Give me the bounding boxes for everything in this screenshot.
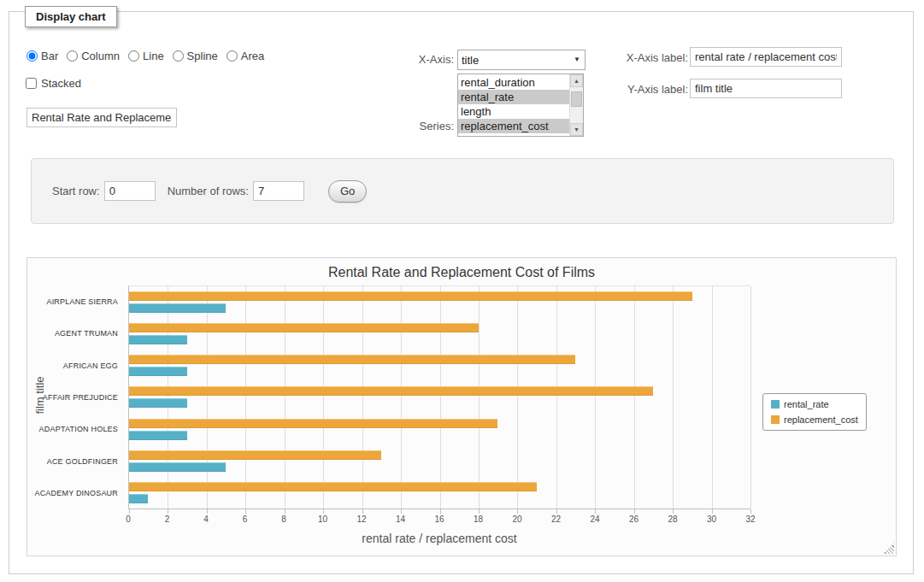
chart-title-input[interactable] (26, 108, 177, 127)
chart-title: Rental Rate and Replacement Cost of Film… (27, 265, 896, 280)
chart-container: Rental Rate and Replacement Cost of Film… (26, 257, 897, 556)
scrollbar-track[interactable] (570, 87, 583, 123)
series-option-length[interactable]: length (458, 104, 569, 119)
bar-replacement_cost (129, 386, 653, 396)
category-label: ACADEMY DINOSAUR (34, 489, 118, 497)
scroll-up-button[interactable]: ▲ (570, 74, 583, 87)
chart-type-option-label: Spline (187, 50, 218, 62)
scroll-up-icon: ▲ (574, 78, 580, 84)
x-tick-label: 2 (165, 514, 170, 524)
series-listbox[interactable]: rental_durationrental_ratelengthreplacem… (457, 73, 584, 137)
panel-legend: Display chart (25, 6, 117, 27)
stacked-checkbox[interactable] (26, 78, 37, 89)
number-of-rows-input[interactable] (253, 181, 304, 201)
start-row-label: Start row: (52, 185, 100, 197)
bar-rental_rate (129, 462, 226, 472)
legend-item-rental_rate[interactable]: rental_rate (771, 399, 858, 409)
category-label: AGENT TRUMAN (55, 329, 118, 338)
x-tick-label: 0 (126, 514, 131, 524)
gridline (750, 286, 751, 509)
chart-type-option-label: Column (81, 50, 120, 62)
chart-type-radio-column[interactable] (67, 50, 78, 62)
category-row (129, 318, 750, 350)
resize-handle-icon[interactable] (883, 543, 894, 554)
bar-rental_rate (129, 494, 148, 503)
x-tick-label: 10 (318, 514, 327, 524)
axis-tick (362, 509, 363, 514)
start-row-input[interactable] (104, 181, 156, 201)
axis-tick (634, 509, 635, 514)
display-chart-app: Display chart BarColumnLineSplineArea St… (0, 0, 924, 582)
category-label: AFFAIR PREJUDICE (43, 393, 118, 402)
x-tick-label: 32 (745, 514, 755, 524)
plot-area (128, 285, 750, 509)
y-category-labels: AIRPLANE SIERRAAGENT TRUMANAFRICAN EGGAF… (27, 285, 123, 509)
x-tick-label: 24 (590, 514, 599, 524)
axis-tick (750, 509, 751, 514)
chart-type-option-label: Line (143, 50, 164, 62)
chart-type-radio-line[interactable] (128, 50, 139, 62)
category-row (129, 381, 750, 413)
legend-swatch (771, 415, 780, 424)
chart-type-option-bar[interactable]: Bar (26, 50, 58, 62)
series-option-replacement_cost[interactable]: replacement_cost (458, 119, 569, 133)
chart-type-option-column[interactable]: Column (67, 50, 120, 62)
chart-legend: rental_ratereplacement_cost (762, 393, 867, 431)
chart-type-radios: BarColumnLineSplineArea (26, 50, 264, 62)
row-controls-panel: Start row: Number of rows: Go (31, 158, 894, 224)
stacked-option[interactable]: Stacked (26, 77, 81, 90)
axis-tick (168, 509, 168, 514)
chart-type-radio-bar[interactable] (26, 50, 38, 62)
x-tick-label: 16 (434, 514, 444, 524)
x-tick-label: 6 (243, 514, 248, 524)
bar-rental_rate (129, 367, 187, 376)
stacked-label: Stacked (41, 77, 81, 90)
category-label: ACE GOLDFINGER (47, 457, 118, 466)
y-axis-label-input[interactable] (690, 79, 842, 98)
x-axis-title: rental rate / replacement cost (128, 532, 750, 545)
series-options: rental_durationrental_ratelengthreplacem… (458, 74, 569, 136)
x-axis-select-wrap: title ▼ (457, 50, 586, 70)
axis-tick (712, 509, 713, 514)
axis-tick (285, 509, 285, 514)
display-chart-panel: Display chart BarColumnLineSplineArea St… (9, 11, 914, 574)
bar-replacement_cost (129, 450, 381, 460)
series-option-rental_rate[interactable]: rental_rate (458, 90, 569, 104)
x-tick-label: 20 (512, 514, 521, 524)
chart-type-option-label: Area (241, 50, 264, 62)
series-option-rental_duration[interactable]: rental_duration (458, 75, 569, 90)
legend-swatch (771, 400, 780, 409)
category-label: AFRICAN EGG (63, 362, 118, 370)
chart-type-radio-spline[interactable] (173, 50, 184, 62)
x-axis-label-label: X-Axis label: (597, 51, 688, 64)
chart-type-option-line[interactable]: Line (128, 50, 164, 62)
axis-tick (401, 509, 402, 514)
scroll-down-button[interactable]: ▼ (570, 123, 583, 136)
axis-tick (323, 509, 324, 514)
category-label: AIRPLANE SIERRA (46, 297, 118, 306)
chart-type-option-spline[interactable]: Spline (173, 50, 218, 62)
axis-tick (129, 509, 130, 514)
bar-replacement_cost (129, 419, 497, 428)
scrollbar-thumb[interactable] (571, 91, 582, 107)
x-tick-label: 22 (551, 514, 561, 524)
go-button[interactable]: Go (328, 180, 367, 203)
x-tick-label: 28 (668, 514, 677, 524)
bar-rental_rate (129, 431, 187, 440)
series-listbox-scrollbar[interactable]: ▲ ▼ (569, 74, 583, 136)
y-axis-label-label: Y-Axis label: (597, 83, 688, 96)
category-row (129, 445, 750, 477)
series-select-label: Series: (368, 120, 454, 132)
bar-replacement_cost (129, 291, 692, 301)
chart-type-option-area[interactable]: Area (227, 50, 264, 62)
axis-tick (517, 509, 518, 514)
legend-label: replacement_cost (784, 414, 858, 425)
x-axis-label-input[interactable] (690, 47, 842, 67)
x-tick-label: 26 (629, 514, 639, 524)
x-axis-select[interactable]: title (457, 50, 586, 70)
x-tick-label: 4 (203, 514, 209, 524)
chart-type-radio-area[interactable] (227, 50, 238, 62)
bar-replacement_cost (129, 482, 537, 491)
x-axis-select-label: X-Axis: (368, 53, 454, 66)
legend-item-replacement_cost[interactable]: replacement_cost (771, 414, 858, 425)
